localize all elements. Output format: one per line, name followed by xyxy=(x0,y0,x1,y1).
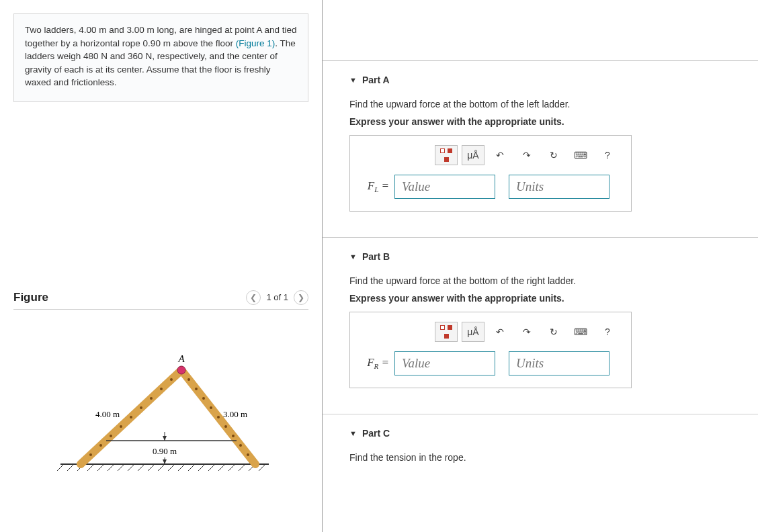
svg-point-36 xyxy=(224,425,227,428)
svg-line-16 xyxy=(208,464,215,471)
figure-counter: 1 of 1 xyxy=(266,292,288,302)
svg-line-17 xyxy=(218,464,225,471)
svg-point-40 xyxy=(195,388,198,390)
figure-prev-button[interactable]: ❮ xyxy=(246,290,261,305)
svg-line-15 xyxy=(198,464,205,471)
svg-point-41 xyxy=(187,378,190,381)
ladder-diagram: A 4.00 m 3.00 m 0.90 m xyxy=(40,350,282,484)
help-button[interactable]: ? xyxy=(596,322,619,342)
value-input-b[interactable] xyxy=(394,351,495,375)
part-a-answer-box: μÅ ↶ ↷ ↻ ⌨ ? FL = xyxy=(349,135,632,212)
problem-statement: Two ladders, 4.00 m and 3.00 m long, are… xyxy=(13,13,308,102)
answer-toolbar-a: μÅ ↶ ↷ ↻ ⌨ ? xyxy=(360,145,622,165)
svg-point-38 xyxy=(210,406,212,409)
variable-label-a: FL = xyxy=(360,179,389,193)
svg-line-19 xyxy=(239,464,245,471)
part-a-title: Part A xyxy=(362,75,390,85)
collapse-caret-icon: ▼ xyxy=(349,253,357,261)
svg-point-39 xyxy=(202,397,205,400)
svg-line-21 xyxy=(259,464,265,471)
svg-point-30 xyxy=(150,397,153,400)
templates-button[interactable] xyxy=(435,145,458,165)
rope-height-label: 0.90 m xyxy=(152,446,176,456)
figure-header: Figure ❮ 1 of 1 ❯ xyxy=(13,290,308,310)
figure-section: Figure ❮ 1 of 1 ❯ xyxy=(0,290,322,484)
part-c-title: Part C xyxy=(362,428,390,439)
value-input-a[interactable] xyxy=(394,175,495,199)
svg-line-4 xyxy=(87,464,94,471)
undo-button[interactable]: ↶ xyxy=(489,145,511,165)
figure-image: A 4.00 m 3.00 m 0.90 m xyxy=(13,350,308,484)
figure-nav: ❮ 1 of 1 ❯ xyxy=(246,290,308,305)
units-symbol-button[interactable]: μÅ xyxy=(462,145,485,165)
part-c-header[interactable]: ▼ Part C xyxy=(349,428,738,439)
svg-line-1 xyxy=(57,464,64,471)
svg-line-5 xyxy=(97,464,104,471)
part-b-answer-box: μÅ ↶ ↷ ↻ ⌨ ? FR = xyxy=(349,312,632,388)
right-panel: ▼ Part A Find the upward force at the bo… xyxy=(323,0,758,532)
units-input-b[interactable] xyxy=(509,351,609,375)
part-b-instruction: Express your answer with the appropriate… xyxy=(349,293,738,304)
svg-point-25 xyxy=(99,444,102,447)
svg-point-27 xyxy=(120,425,122,428)
svg-line-10 xyxy=(148,464,155,471)
svg-point-33 xyxy=(247,453,249,456)
help-button[interactable]: ? xyxy=(596,145,619,165)
undo-button[interactable]: ↶ xyxy=(489,322,511,342)
svg-line-18 xyxy=(228,464,235,471)
collapse-caret-icon: ▼ xyxy=(349,76,357,84)
svg-line-13 xyxy=(178,464,185,471)
units-input-a[interactable] xyxy=(509,175,609,199)
svg-point-31 xyxy=(160,388,163,390)
svg-point-26 xyxy=(110,435,112,437)
part-a-header[interactable]: ▼ Part A xyxy=(349,75,738,85)
svg-line-7 xyxy=(118,464,124,471)
figure-next-button[interactable]: ❯ xyxy=(294,290,308,305)
part-a-prompt: Find the upward force at the bottom of t… xyxy=(349,99,738,109)
keyboard-button[interactable]: ⌨ xyxy=(569,145,592,165)
templates-icon xyxy=(439,325,454,339)
templates-button[interactable] xyxy=(435,322,458,342)
svg-point-28 xyxy=(130,416,132,418)
left-length-label: 4.00 m xyxy=(95,409,119,419)
figure-title: Figure xyxy=(13,291,48,304)
variable-label-b: FR = xyxy=(360,356,389,370)
part-b-prompt: Find the upward force at the bottom of t… xyxy=(349,275,738,286)
part-b-header[interactable]: ▼ Part B xyxy=(349,251,738,262)
figure-reference-link[interactable]: (Figure 1) xyxy=(236,38,276,48)
part-c-prompt: Find the tension in the rope. xyxy=(349,452,738,463)
part-a-instruction: Express your answer with the appropriate… xyxy=(349,116,738,127)
part-b: ▼ Part B Find the upward force at the bo… xyxy=(323,238,758,395)
svg-point-42 xyxy=(177,366,185,374)
svg-point-37 xyxy=(217,416,220,418)
left-panel: Two ladders, 4.00 m and 3.00 m long, are… xyxy=(0,0,323,532)
collapse-caret-icon: ▼ xyxy=(349,429,357,437)
answer-row-b: FR = xyxy=(360,351,622,375)
svg-point-29 xyxy=(140,406,142,409)
part-a: ▼ Part A Find the upward force at the bo… xyxy=(323,61,758,218)
apex-label: A xyxy=(177,353,185,364)
svg-line-2 xyxy=(67,464,74,471)
svg-point-35 xyxy=(232,435,235,437)
svg-line-9 xyxy=(138,464,144,471)
svg-point-24 xyxy=(89,453,92,456)
keyboard-button[interactable]: ⌨ xyxy=(569,322,592,342)
units-symbol-button[interactable]: μÅ xyxy=(462,322,485,342)
svg-line-14 xyxy=(188,464,195,471)
svg-line-11 xyxy=(158,464,165,471)
right-length-label: 3.00 m xyxy=(222,409,247,419)
svg-point-32 xyxy=(170,378,173,381)
templates-icon xyxy=(439,148,454,162)
redo-button[interactable]: ↷ xyxy=(515,145,538,165)
reset-button[interactable]: ↻ xyxy=(542,145,565,165)
svg-line-8 xyxy=(128,464,134,471)
part-b-title: Part B xyxy=(362,251,390,262)
answer-row-a: FL = xyxy=(360,175,622,199)
redo-button[interactable]: ↷ xyxy=(515,322,538,342)
reset-button[interactable]: ↻ xyxy=(542,322,565,342)
svg-marker-47 xyxy=(163,459,167,464)
part-c: ▼ Part C Find the tension in the rope. xyxy=(323,414,758,476)
svg-line-6 xyxy=(108,464,114,471)
svg-marker-45 xyxy=(163,436,167,441)
svg-line-12 xyxy=(168,464,175,471)
